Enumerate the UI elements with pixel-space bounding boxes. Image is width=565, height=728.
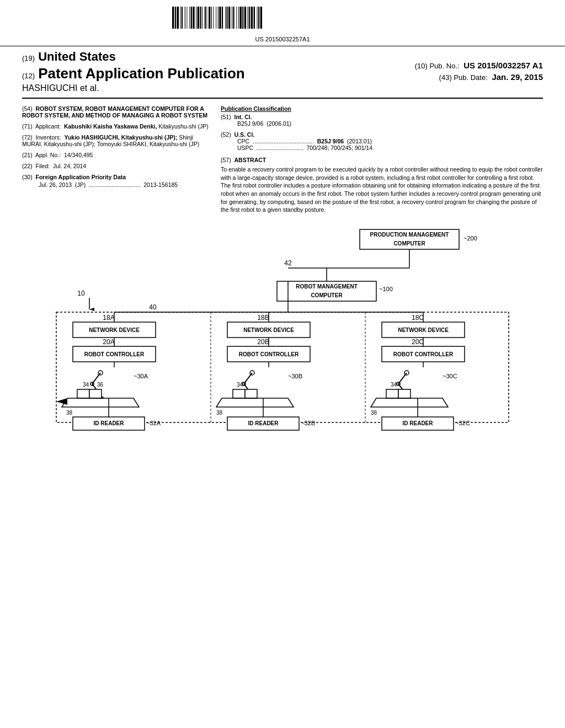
inventor1: Yukio HASHIGUCHI, Kitakyushu-shi (JP); xyxy=(64,134,177,141)
field-21: (21) Appl. No.: 14/340,495 xyxy=(22,152,210,158)
patent-number-display: US 20150032257A1 xyxy=(22,36,543,42)
label-34b: 34 xyxy=(237,382,243,388)
label-20c: 20C xyxy=(412,338,424,346)
us-cl-label: U.S. Cl. xyxy=(234,131,255,138)
id-reader-b-label: ID READER xyxy=(248,420,279,426)
svg-rect-28 xyxy=(205,7,206,29)
svg-rect-31 xyxy=(207,7,209,29)
svg-rect-70 xyxy=(251,7,253,29)
pub-date-value: Jan. 29, 2015 xyxy=(492,72,543,82)
applicant-name: Kabushiki Kaisha Yaskawa Denki, xyxy=(64,123,157,130)
workpiece-a2 xyxy=(89,389,102,398)
bottom-space xyxy=(0,439,565,483)
svg-rect-34 xyxy=(211,7,212,29)
main-content: (54) ROBOT SYSTEM, ROBOT MANAGEMENT COMP… xyxy=(0,101,565,218)
svg-rect-43 xyxy=(221,7,222,29)
cpc-year: (2013.01) xyxy=(347,138,372,144)
svg-rect-44 xyxy=(222,7,223,29)
int-cl-label: Int. Cl. xyxy=(234,114,252,120)
svg-rect-54 xyxy=(233,7,234,29)
svg-rect-52 xyxy=(232,7,232,29)
svg-rect-4 xyxy=(177,7,179,29)
pub-no-value: US 2015/0032257 A1 xyxy=(463,61,543,70)
applicant-label: Applicant: xyxy=(35,123,61,130)
robot-mgmt-label1: ROBOT MANAGEMENT xyxy=(296,283,358,290)
pub-no-label: Pub. No.: xyxy=(429,62,459,70)
ref-32c: ~32C xyxy=(455,420,470,426)
svg-rect-77 xyxy=(259,7,260,29)
section22-num: (22) xyxy=(22,163,33,169)
svg-rect-12 xyxy=(186,7,187,29)
foreign-country: (JP) xyxy=(75,181,86,188)
svg-rect-58 xyxy=(238,7,239,29)
svg-rect-3 xyxy=(176,7,177,29)
svg-rect-29 xyxy=(206,7,206,29)
svg-rect-78 xyxy=(260,7,263,29)
label-18b: 18B xyxy=(257,314,269,322)
applicant-city: Kitakyushu-shi (JP) xyxy=(158,123,208,130)
svg-rect-16 xyxy=(191,7,192,29)
svg-rect-0 xyxy=(172,7,174,29)
svg-rect-17 xyxy=(192,7,193,29)
network-device-c-label: NETWORK DEVICE xyxy=(398,327,449,333)
svg-rect-27 xyxy=(202,7,205,29)
invention-title: ROBOT SYSTEM, ROBOT MANAGEMENT COMPUTER … xyxy=(22,105,207,119)
svg-rect-74 xyxy=(257,7,258,29)
svg-rect-8 xyxy=(182,7,183,29)
section19-label: (19) xyxy=(22,54,35,62)
robot-controller-a-label: ROBOT CONTROLLER xyxy=(84,351,145,357)
svg-rect-47 xyxy=(226,7,226,29)
svg-rect-73 xyxy=(255,7,257,29)
ref-30a: ~30A xyxy=(134,373,148,379)
ref-32a: ~32A xyxy=(146,420,161,426)
section52-num: (52) xyxy=(221,131,231,138)
workpiece-b1 xyxy=(233,389,245,398)
svg-rect-2 xyxy=(175,7,176,29)
ref-30c: ~30C xyxy=(443,373,457,379)
section10-label: (10) xyxy=(415,62,428,70)
section43-label: (43) xyxy=(439,73,452,82)
svg-rect-35 xyxy=(212,7,213,29)
svg-rect-60 xyxy=(239,7,242,29)
abstract-title: ABSTRACT xyxy=(234,157,266,163)
svg-rect-18 xyxy=(193,7,195,29)
uspc-label: USPC xyxy=(221,144,253,151)
svg-rect-22 xyxy=(198,7,200,29)
svg-rect-64 xyxy=(244,7,247,29)
label-36: 36 xyxy=(97,382,104,388)
svg-rect-25 xyxy=(201,7,202,29)
field-71: (71) Applicant: Kabushiki Kaisha Yaskawa… xyxy=(22,123,210,130)
pub-type-label: Patent Application Publication xyxy=(38,65,245,82)
diagram-svg: PRODUCTION MANAGEMENT COMPUTER ~200 42 R… xyxy=(18,224,547,439)
svg-rect-23 xyxy=(199,7,200,29)
svg-rect-67 xyxy=(248,7,249,29)
svg-rect-59 xyxy=(239,7,239,29)
label-20b: 20B xyxy=(257,338,269,346)
svg-rect-45 xyxy=(223,7,225,29)
workpiece-c1 xyxy=(386,389,398,398)
abstract-text: To enable a recovery control program to … xyxy=(221,165,543,214)
svg-rect-55 xyxy=(234,7,237,29)
svg-rect-63 xyxy=(244,7,244,29)
network-device-b-label: NETWORK DEVICE xyxy=(243,327,294,333)
pub-classification-title: Publication Classification xyxy=(221,105,543,112)
svg-rect-11 xyxy=(185,7,186,29)
svg-rect-20 xyxy=(196,7,196,29)
foreign-data: Jul. 26, 2013 (JP) .....................… xyxy=(22,181,210,188)
pub-info: (19) United States (12) Patent Applicati… xyxy=(22,50,543,93)
inventor-line: HASHIGUCHI et al. xyxy=(22,83,415,93)
production-mgmt-label1: PRODUCTION MANAGEMENT xyxy=(370,232,449,238)
svg-rect-53 xyxy=(232,7,233,29)
label-10: 10 xyxy=(77,290,85,297)
svg-rect-42 xyxy=(219,7,221,29)
section72-num: (72) xyxy=(22,134,33,141)
cpc-value: B25J 9/06 xyxy=(317,138,344,144)
header: US 20150032257A1 xyxy=(0,0,565,46)
diagram-section: PRODUCTION MANAGEMENT COMPUTER ~200 42 R… xyxy=(0,218,565,439)
svg-rect-21 xyxy=(196,7,197,29)
appl-no-value: 14/340,495 xyxy=(64,152,93,158)
section71-num: (71) xyxy=(22,123,33,130)
title-block: (19) United States (12) Patent Applicati… xyxy=(0,46,565,95)
filed-label: Filed: xyxy=(36,163,50,169)
label-20a: 20A xyxy=(103,338,114,346)
